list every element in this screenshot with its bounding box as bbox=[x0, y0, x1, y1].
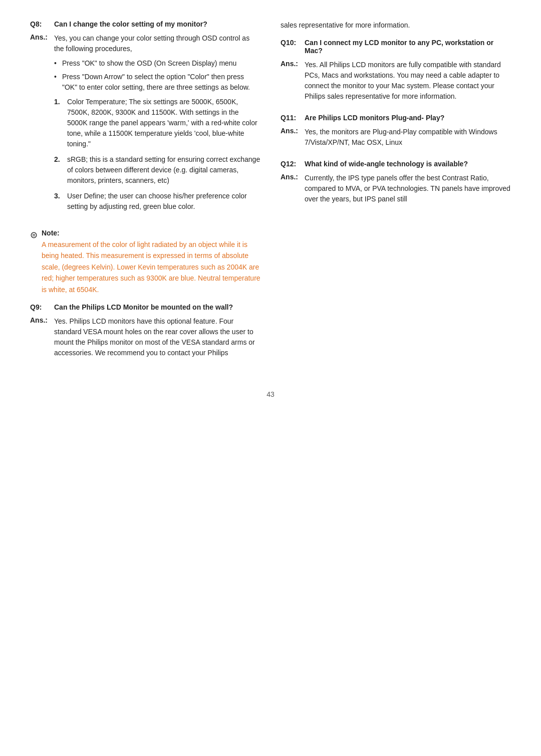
q10-block: Q10: Can I connect my LCD monitor to any… bbox=[281, 39, 511, 102]
q8-bullet-1: Press "OK" to show the OSD (On Screen Di… bbox=[54, 58, 260, 69]
q8-answer-content: Yes, you can change your color setting t… bbox=[54, 33, 260, 217]
q11-text: Are Philips LCD monitors Plug-and- Play? bbox=[305, 114, 444, 122]
q11-answer-label: Ans.: bbox=[281, 127, 301, 148]
q8-item-1-text: Color Temperature; The six settings are … bbox=[67, 97, 260, 149]
q10-question: Q10: Can I connect my LCD monitor to any… bbox=[281, 39, 511, 55]
q9-answer: Ans.: Yes. Philips LCD monitors have thi… bbox=[30, 316, 260, 358]
q9-answer-content: Yes. Philips LCD monitors have this opti… bbox=[54, 316, 260, 358]
note-text: A measurement of the color of light radi… bbox=[42, 239, 260, 295]
q11-label: Q11: bbox=[281, 114, 301, 122]
right-column: sales representative for more informatio… bbox=[281, 20, 511, 370]
q10-answer: Ans.: Yes. All Philips LCD monitors are … bbox=[281, 60, 511, 102]
q12-answer: Ans.: Currently, the IPS type panels off… bbox=[281, 173, 511, 204]
q12-answer-text: Currently, the IPS type panels offer the… bbox=[305, 173, 511, 204]
q12-label: Q12: bbox=[281, 160, 301, 168]
q9-block: Q9: Can the Philips LCD Monitor be mount… bbox=[30, 303, 260, 358]
q12-answer-label: Ans.: bbox=[281, 173, 301, 204]
q8-item-3-num: 3. bbox=[54, 191, 63, 212]
q12-answer-content: Currently, the IPS type panels offer the… bbox=[305, 173, 511, 204]
note-block: ⊜ Note: A measurement of the color of li… bbox=[30, 229, 260, 295]
q9-question: Q9: Can the Philips LCD Monitor be mount… bbox=[30, 303, 260, 311]
q8-item-1: 1. Color Temperature; The six settings a… bbox=[54, 97, 260, 149]
q12-text: What kind of wide-angle technology is av… bbox=[305, 160, 468, 168]
note-label: Note: bbox=[42, 229, 260, 237]
q9-text: Can the Philips LCD Monitor be mounted o… bbox=[54, 303, 233, 311]
q10-answer-content: Yes. All Philips LCD monitors are fully … bbox=[305, 60, 511, 102]
q8-bullet-list: Press "OK" to show the OSD (On Screen Di… bbox=[54, 58, 260, 93]
q12-question: Q12: What kind of wide-angle technology … bbox=[281, 160, 511, 168]
q11-answer-content: Yes, the monitors are Plug-and-Play comp… bbox=[305, 127, 511, 148]
q9-answer-text: Yes. Philips LCD monitors have this opti… bbox=[54, 316, 260, 358]
q9-answer-label: Ans.: bbox=[30, 316, 50, 358]
q11-question: Q11: Are Philips LCD monitors Plug-and- … bbox=[281, 114, 511, 122]
q8-text: Can I change the color setting of my mon… bbox=[54, 20, 207, 28]
q8-item-1-num: 1. bbox=[54, 97, 63, 149]
q8-item-3-text: User Define; the user can choose his/her… bbox=[67, 191, 260, 212]
q8-label: Q8: bbox=[30, 20, 50, 28]
q8-answer-label: Ans.: bbox=[30, 33, 50, 217]
page-container: Q8: Can I change the color setting of my… bbox=[30, 20, 511, 370]
note-content: Note: A measurement of the color of ligh… bbox=[42, 229, 260, 295]
q10-text: Can I connect my LCD monitor to any PC, … bbox=[305, 39, 511, 55]
q9-label: Q9: bbox=[30, 303, 50, 311]
q11-answer: Ans.: Yes, the monitors are Plug-and-Pla… bbox=[281, 127, 511, 148]
q8-numbered-list: 1. Color Temperature; The six settings a… bbox=[54, 97, 260, 212]
q11-block: Q11: Are Philips LCD monitors Plug-and- … bbox=[281, 114, 511, 148]
left-column: Q8: Can I change the color setting of my… bbox=[30, 20, 260, 370]
q12-block: Q12: What kind of wide-angle technology … bbox=[281, 160, 511, 204]
q8-bullet-2: Press "Down Arrow" to select the option … bbox=[54, 72, 260, 93]
q8-answer: Ans.: Yes, you can change your color set… bbox=[30, 33, 260, 217]
q8-question: Q8: Can I change the color setting of my… bbox=[30, 20, 260, 28]
q8-item-2: 2. sRGB; this is a standard setting for … bbox=[54, 154, 260, 186]
q8-item-2-text: sRGB; this is a standard setting for ens… bbox=[67, 154, 260, 186]
q11-answer-text: Yes, the monitors are Plug-and-Play comp… bbox=[305, 127, 511, 148]
q8-item-3: 3. User Define; the user can choose his/… bbox=[54, 191, 260, 212]
note-icon: ⊜ bbox=[30, 229, 38, 240]
q8-block: Q8: Can I change the color setting of my… bbox=[30, 20, 260, 217]
q8-item-2-num: 2. bbox=[54, 154, 63, 186]
q10-answer-label: Ans.: bbox=[281, 60, 301, 102]
q10-label: Q10: bbox=[281, 39, 301, 55]
right-intro: sales representative for more informatio… bbox=[281, 20, 511, 31]
q8-answer-intro: Yes, you can change your color setting t… bbox=[54, 33, 260, 54]
q10-answer-text: Yes. All Philips LCD monitors are fully … bbox=[305, 60, 511, 102]
page-number: 43 bbox=[30, 390, 511, 398]
